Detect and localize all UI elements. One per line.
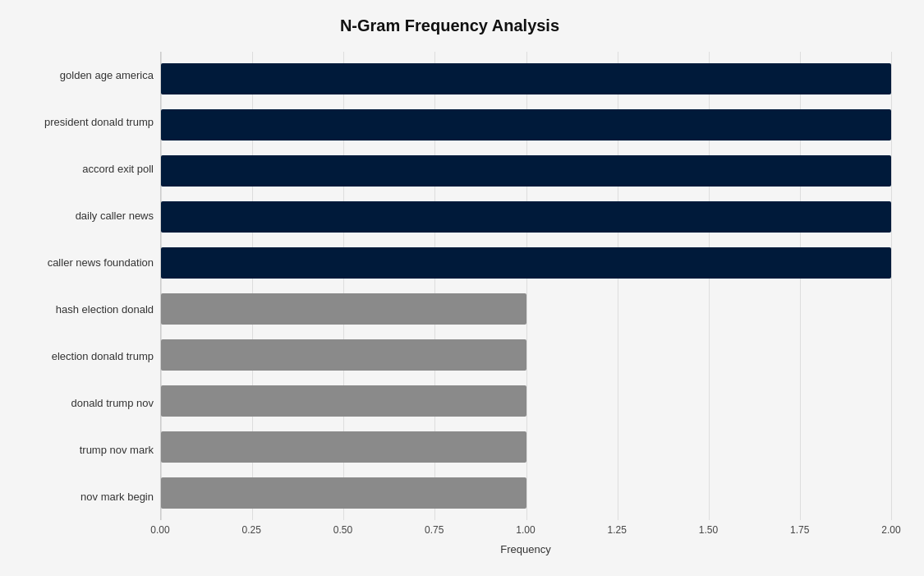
bar-row [161,244,891,283]
bar [161,339,526,371]
chart-area: golden age americapresident donald trump… [8,52,891,496]
bar [161,201,891,233]
x-tick: 0.75 [425,524,444,536]
bar-row [161,106,891,145]
bars-area [160,52,891,520]
y-label: election donald trump [8,333,160,380]
bar [161,63,891,94]
y-labels: golden age americapresident donald trump… [8,52,160,520]
bar [161,431,526,463]
x-tick: 0.50 [333,524,352,536]
y-label: donald trump nov [8,380,160,426]
bar [161,109,891,141]
x-tick: 1.75 [790,524,809,536]
bar-row [161,198,891,237]
y-label: president donald trump [8,99,160,145]
bar [161,247,891,279]
y-label: golden age america [8,52,160,99]
y-label: trump nov mark [8,426,160,473]
y-label: caller news foundation [8,239,160,286]
y-label: accord exit poll [8,145,160,192]
chart-title: N-Gram Frequency Analysis [8,16,891,35]
y-label: daily caller news [8,192,160,239]
bar [161,385,526,417]
bar-row [161,152,891,191]
bar-row [161,382,891,421]
chart-plot: golden age americapresident donald trump… [8,52,891,520]
bar-row [161,290,891,329]
x-tick: 2.00 [881,524,900,536]
x-tick: 0.00 [150,524,169,536]
x-axis-label: Frequency [160,543,891,555]
chart-container: N-Gram Frequency Analysis golden age ame… [0,0,924,576]
bar [161,293,526,325]
bar-row [161,60,891,99]
x-tick: 1.00 [516,524,535,536]
x-tick: 1.50 [699,524,718,536]
x-tick: 1.25 [608,524,627,536]
grid-line [891,52,892,520]
bar [161,477,526,509]
y-label: hash election donald [8,286,160,333]
bar-row [161,336,891,375]
y-label: nov mark begin [8,473,160,520]
x-tick: 0.25 [242,524,261,536]
bar-row [161,474,891,513]
bar [161,155,891,187]
bar-row [161,428,891,467]
